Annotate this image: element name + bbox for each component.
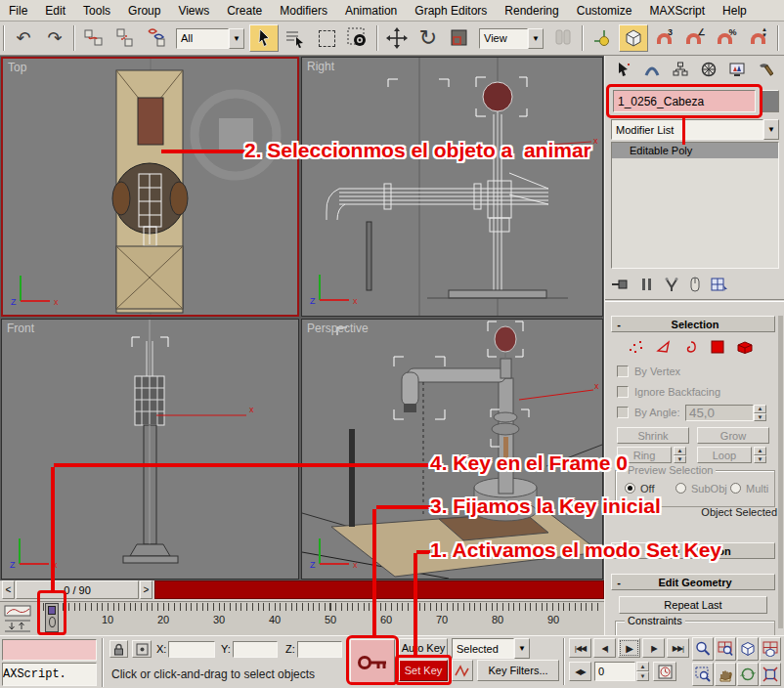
time-configuration-button[interactable] (653, 662, 676, 681)
next-frame-button[interactable]: |▶ (642, 638, 665, 658)
menu-create[interactable]: Create (218, 2, 271, 20)
unlink-selection-button[interactable] (110, 24, 140, 52)
spinner-snap-button[interactable]: ▲▼ (744, 24, 773, 52)
selection-lock-toggle[interactable] (109, 640, 128, 658)
preview-subobj-radio[interactable] (675, 483, 686, 494)
show-end-result-icon[interactable] (640, 277, 654, 292)
go-to-start-button[interactable]: |◀◀ (569, 638, 591, 658)
remove-modifier-icon[interactable] (689, 277, 701, 292)
menu-rendering[interactable]: Rendering (496, 2, 567, 20)
modifier-stack[interactable]: Editable Poly (611, 142, 779, 269)
shrink-button[interactable]: Shrink (617, 427, 689, 444)
menu-maxscript[interactable]: MAXScript (640, 2, 714, 20)
edge-subobject-icon[interactable] (656, 340, 672, 354)
element-subobject-icon[interactable] (736, 340, 754, 354)
track-bar[interactable]: 10 20 30 40 50 60 70 80 90 (0, 601, 604, 635)
current-frame-field[interactable] (594, 662, 635, 681)
redo-button[interactable]: ↷ (40, 24, 69, 52)
maxscript-mini-listener[interactable]: AXScript. (2, 663, 97, 686)
select-by-name-button[interactable] (281, 24, 310, 52)
selection-filter-dropdown[interactable]: All ▼ (176, 28, 244, 49)
zoom-extents-button[interactable] (737, 637, 759, 661)
key-filters-button[interactable]: Key Filters... (477, 660, 559, 681)
viewport-perspective-label[interactable]: Perspective (307, 322, 369, 335)
ignore-backfacing-checkbox[interactable] (617, 386, 629, 398)
undo-button[interactable]: ↶ (9, 24, 38, 52)
zoom-extents-all-button[interactable] (760, 637, 781, 661)
selection-rollout-header[interactable]: - Selection (611, 316, 775, 332)
default-in-out-tangents-button[interactable] (452, 660, 473, 681)
polygon-subobject-icon[interactable] (711, 340, 724, 354)
stack-item-editable-poly[interactable]: Editable Poly (612, 143, 778, 158)
menu-group[interactable]: Group (119, 2, 169, 20)
menu-graph-editors[interactable]: Graph Editors (406, 2, 496, 20)
dropdown-arrow-icon[interactable]: ▼ (514, 638, 530, 659)
menu-help[interactable]: Help (714, 2, 756, 20)
viewport-front[interactable]: Front x (1, 319, 299, 580)
dropdown-arrow-icon[interactable]: ▼ (763, 119, 779, 140)
bind-to-space-warp-button[interactable] (142, 24, 171, 52)
spinner-up-icon[interactable]: ▲ (754, 405, 766, 413)
select-and-rotate-button[interactable]: ↻ (414, 24, 443, 52)
rectangular-selection-region-button[interactable] (312, 24, 341, 52)
x-coord-field[interactable] (168, 641, 215, 658)
pin-stack-icon[interactable] (611, 277, 631, 292)
y-coord-field[interactable] (233, 641, 278, 658)
percent-snap-button[interactable]: % (713, 24, 742, 52)
window-crossing-toggle-button[interactable] (343, 24, 372, 52)
z-coord-field[interactable] (297, 641, 342, 658)
spinner-up-icon[interactable]: ▲ (754, 447, 766, 455)
tab-modify[interactable] (637, 58, 666, 81)
menu-tools[interactable]: Tools (74, 2, 119, 20)
previous-frame-arrow-button[interactable]: < (2, 580, 15, 599)
ring-spinner[interactable]: ▲▼ (674, 447, 686, 463)
tab-hierarchy[interactable] (666, 58, 694, 81)
maximize-viewport-toggle-button[interactable] (760, 663, 781, 686)
angle-snap-button[interactable]: ∠ (681, 24, 711, 52)
pan-button[interactable] (715, 663, 736, 686)
spinner-down-icon[interactable]: ▼ (674, 455, 686, 464)
viewport-right[interactable]: Right (301, 57, 603, 317)
preview-off-radio[interactable] (625, 483, 635, 494)
key-mode-toggle-button[interactable]: ◀▶ (569, 662, 591, 681)
spinner-down-icon[interactable]: ▼ (754, 413, 766, 422)
edit-geometry-rollout-header[interactable]: - Edit Geometry (611, 574, 775, 590)
viewport-top-canvas[interactable]: Z x (3, 59, 297, 315)
vertex-subobject-icon[interactable] (629, 340, 644, 354)
use-pivot-center-button[interactable] (548, 24, 578, 52)
make-unique-icon[interactable] (664, 277, 679, 292)
arc-rotate-button[interactable] (737, 663, 759, 686)
repeat-last-button[interactable]: Repeat Last (619, 596, 767, 614)
grow-button[interactable]: Grow (697, 427, 769, 444)
zoom-all-button[interactable] (715, 637, 736, 661)
reference-coordinate-dropdown[interactable]: View ▼ (479, 28, 544, 49)
select-and-manipulate-button[interactable] (588, 24, 617, 52)
select-and-move-button[interactable] (382, 24, 412, 52)
selection-set-dropdown[interactable]: Selected ▼ (452, 638, 530, 659)
spinner-up-icon[interactable]: ▲ (636, 662, 649, 671)
by-angle-spinner[interactable]: ▲▼ (754, 405, 766, 421)
next-frame-arrow-button[interactable]: > (140, 580, 152, 599)
tab-utilities[interactable] (751, 58, 779, 81)
snap-3d-button[interactable]: 3 (650, 24, 679, 52)
menu-modifiers[interactable]: Modifiers (271, 2, 336, 20)
viewport-top-label[interactable]: Top (8, 61, 26, 74)
by-angle-field[interactable] (685, 405, 754, 421)
menu-edit[interactable]: Edit (36, 2, 74, 20)
viewport-right-canvas[interactable]: x Z x (302, 58, 602, 316)
modifier-list-dropdown[interactable]: Modifier List ▼ (611, 119, 779, 140)
viewport-front-canvas[interactable]: x Z x (2, 320, 298, 579)
select-object-button[interactable] (249, 24, 279, 52)
loop-spinner[interactable]: ▲▼ (754, 447, 766, 463)
tab-create[interactable] (609, 58, 637, 81)
viewport-right-label[interactable]: Right (307, 60, 334, 73)
viewport-top[interactable]: Top (1, 57, 299, 317)
dropdown-arrow-icon[interactable]: ▼ (528, 28, 544, 49)
zoom-button[interactable] (692, 637, 714, 661)
play-animation-button[interactable]: ▶ (618, 638, 640, 658)
panel-scrollbar[interactable] (778, 316, 783, 628)
zoom-region-button[interactable] (692, 663, 714, 686)
frame-spinner[interactable]: ▲▼ (636, 662, 649, 681)
previous-frame-button[interactable]: ◀| (593, 638, 616, 658)
menu-customize[interactable]: Customize (568, 2, 641, 20)
